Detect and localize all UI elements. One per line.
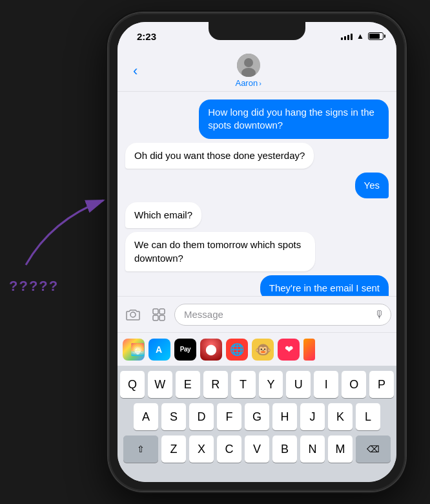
key-m[interactable]: M (328, 436, 353, 463)
message-input-wrapper: Message 🎙 (174, 304, 391, 326)
notch (209, 22, 305, 40)
avatar (237, 54, 260, 77)
key-b[interactable]: B (272, 436, 297, 463)
message-row-5: We can do them tomorrow which spots down… (125, 232, 389, 271)
key-c[interactable]: C (217, 436, 241, 463)
monkey-icon[interactable]: 🐵 (252, 339, 274, 361)
key-i[interactable]: I (314, 371, 338, 398)
key-q[interactable]: Q (120, 371, 145, 398)
fitness-icon[interactable]: ⬤ (200, 339, 222, 361)
contact-name[interactable]: Aaron › (235, 78, 261, 88)
signal-icon (341, 32, 353, 40)
key-s[interactable]: S (161, 403, 186, 430)
key-a[interactable]: A (134, 403, 158, 430)
question-marks: ????? (9, 278, 59, 295)
key-u[interactable]: U (286, 371, 311, 398)
mic-button[interactable]: 🎙 (374, 309, 385, 320)
key-l[interactable]: L (356, 403, 380, 430)
wifi-icon: ▲ (356, 32, 364, 41)
message-row-6: They're in the email I sent (125, 275, 389, 296)
keyboard-row-3: ⇧ Z X C V B N M ⌫ (120, 436, 394, 463)
message-bubble-sent-2: Yes (355, 173, 389, 198)
message-row-4: Which email? (125, 202, 389, 228)
contact-info[interactable]: Aaron › (235, 54, 261, 88)
key-x[interactable]: X (189, 436, 214, 463)
photos-app-icon[interactable]: 🌅 (123, 339, 145, 361)
message-bubble-received-3: We can do them tomorrow which spots down… (125, 232, 315, 271)
nav-header: ‹ (118, 50, 396, 92)
app-strip: 🌅 A Pay ⬤ 🌐 🐵 ❤ (118, 332, 396, 366)
status-icons: ▲ (341, 32, 384, 41)
message-placeholder: Message (184, 309, 223, 320)
applepay-icon[interactable]: Pay (174, 339, 196, 361)
key-j[interactable]: J (300, 403, 325, 430)
message-row-3: Yes (125, 173, 389, 198)
key-h[interactable]: H (272, 403, 297, 430)
svg-rect-8 (159, 315, 165, 320)
key-y[interactable]: Y (259, 371, 283, 398)
apps-icon (151, 307, 167, 322)
phone-frame: 2:23 ▲ (108, 13, 405, 491)
message-bubble-sent-1: How long did you hang the signs in the s… (199, 100, 389, 139)
key-w[interactable]: W (148, 371, 172, 398)
message-bubble-received-2: Which email? (125, 202, 201, 228)
key-n[interactable]: N (300, 436, 325, 463)
key-backspace[interactable]: ⌫ (356, 436, 391, 463)
keyboard-row-1: Q W E R T Y U I O P (120, 371, 394, 398)
key-k[interactable]: K (328, 403, 353, 430)
key-f[interactable]: F (217, 403, 241, 430)
svg-point-9 (123, 346, 130, 353)
annotation-arrow (13, 181, 116, 278)
apps-button[interactable] (148, 304, 169, 325)
svg-point-2 (244, 58, 253, 67)
key-g[interactable]: G (245, 403, 269, 430)
message-row-2: Oh did you want those done yesterday? (125, 143, 389, 169)
input-bar: Message 🎙 (118, 296, 396, 332)
messages-area: How long did you hang the signs in the s… (118, 92, 396, 296)
svg-rect-7 (153, 315, 158, 320)
svg-text:A: A (156, 344, 162, 355)
key-o[interactable]: O (342, 371, 366, 398)
svg-point-4 (130, 312, 136, 317)
key-z[interactable]: Z (161, 436, 186, 463)
key-shift[interactable]: ⇧ (123, 436, 158, 463)
key-v[interactable]: V (245, 436, 269, 463)
phone-screen: 2:23 ▲ (118, 22, 396, 482)
scene: ????? 2:23 ▲ (0, 0, 430, 504)
svg-rect-5 (153, 309, 158, 314)
camera-button[interactable] (123, 304, 143, 325)
key-p[interactable]: P (369, 371, 394, 398)
keyboard-row-2: A S D F G H J K L (120, 403, 394, 430)
svg-rect-6 (159, 309, 165, 314)
battery-icon (368, 32, 384, 40)
camera-icon (125, 307, 141, 322)
more-apps-icon[interactable] (303, 339, 315, 361)
keyboard: Q W E R T Y U I O P A S D (118, 366, 396, 482)
phone-content: 2:23 ▲ (118, 22, 396, 482)
message-bubble-received-1: Oh did you want those done yesterday? (125, 143, 314, 169)
key-r[interactable]: R (203, 371, 228, 398)
key-t[interactable]: T (231, 371, 256, 398)
message-input[interactable]: Message (174, 304, 391, 326)
status-time: 2:23 (130, 31, 156, 42)
key-d[interactable]: D (189, 403, 214, 430)
globe-icon[interactable]: 🌐 (226, 339, 248, 361)
key-e[interactable]: E (176, 371, 200, 398)
chevron-right-icon: › (259, 79, 261, 87)
message-row-1: How long did you hang the signs in the s… (125, 100, 389, 139)
back-button[interactable]: ‹ (128, 60, 143, 82)
heart-icon[interactable]: ❤ (278, 339, 300, 361)
message-bubble-sent-3: They're in the email I sent (260, 275, 389, 296)
appstore-icon[interactable]: A (148, 339, 170, 361)
